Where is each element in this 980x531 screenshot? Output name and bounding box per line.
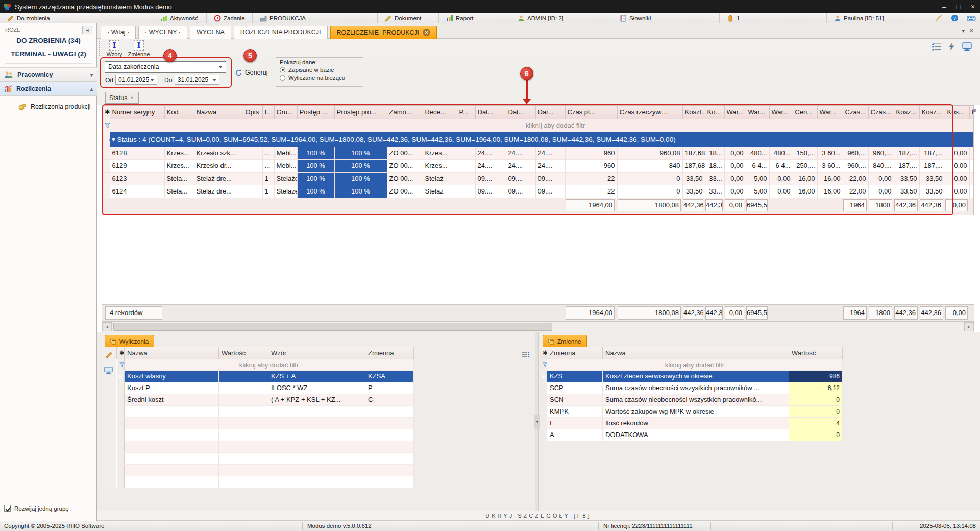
- table-row[interactable]: [117, 441, 414, 452]
- column-header[interactable]: Czas...: [868, 106, 894, 119]
- horizontal-scrollbar[interactable]: ◂ ▸: [102, 322, 974, 332]
- tab-list-close-icon[interactable]: ✕: [969, 28, 974, 34]
- column-header[interactable]: Dat...: [475, 106, 506, 119]
- column-header[interactable]: War...: [817, 106, 843, 119]
- date-to-field[interactable]: 31.01.2025: [175, 75, 219, 85]
- table-row[interactable]: [117, 476, 414, 488]
- column-header[interactable]: Kos...: [945, 106, 969, 119]
- menu-item-admin[interactable]: ADMIN [ID: 2]: [510, 13, 612, 23]
- help-icon[interactable]: ?: [951, 14, 959, 22]
- expand-one-group-checkbox[interactable]: Rozwijaj jedną grupę: [4, 505, 69, 512]
- column-header[interactable]: Zamó...: [387, 106, 423, 119]
- group-row-status[interactable]: → ▾ Status : 4 (COUNT=4, SUM=0,00, SUM=6…: [103, 132, 974, 147]
- tab-scroll-icon[interactable]: ▾: [962, 28, 965, 34]
- table-row[interactable]: 6123Stela...Stelaż dre...1Stelaże 100 %1…: [103, 172, 974, 185]
- zmienne-button[interactable]: IZmienne: [128, 40, 150, 57]
- column-header[interactable]: Kosz...: [919, 106, 945, 119]
- wyliczenia-panel-tab[interactable]: Wyliczenia: [105, 335, 154, 347]
- column-header[interactable]: War...: [724, 106, 746, 119]
- column-header[interactable]: Czas...: [843, 106, 868, 119]
- table-row[interactable]: Koszt PILOSC * WZP: [117, 382, 414, 394]
- sidebar-group-rozliczenia[interactable]: Rozliczenia ▴: [0, 82, 97, 96]
- date-type-dropdown[interactable]: Data zakończenia: [105, 61, 226, 73]
- menu-item-raport[interactable]: Raport: [439, 13, 510, 23]
- menu-item-battery[interactable]: 1: [720, 13, 827, 23]
- column-header[interactable]: Postęp ...: [297, 106, 334, 119]
- table-row[interactable]: KMPKWartość zakupów wg MPK w okresie0: [540, 405, 843, 417]
- menu-item-slowniki[interactable]: Słowniki: [612, 13, 720, 23]
- keyboard-icon[interactable]: [967, 15, 976, 22]
- column-chooser-icon[interactable]: ≡: [973, 107, 976, 113]
- radio-wyliczane-na-biezaco[interactable]: Wyliczane na bieżąco: [280, 75, 359, 81]
- column-header[interactable]: Opis: [243, 106, 262, 119]
- tab-witaj[interactable]: · Witaj ·: [101, 26, 136, 39]
- column-header[interactable]: Koszt...: [682, 106, 705, 119]
- column-header[interactable]: P...: [457, 106, 475, 119]
- table-row[interactable]: SCPSuma czasów obecności wszystkich prac…: [540, 382, 843, 394]
- table-row[interactable]: [117, 464, 414, 476]
- column-header[interactable]: Dat...: [506, 106, 535, 119]
- table-row[interactable]: ▸ KZSKoszt zleceń serwisowych w okresie9…: [540, 370, 843, 382]
- edit-pencil-icon[interactable]: [105, 351, 113, 359]
- column-header[interactable]: War...: [746, 106, 769, 119]
- table-row[interactable]: 6128Krzes...Krzesło szk......Mebl... 100…: [103, 147, 974, 159]
- sidebar-group-pracownicy[interactable]: Pracownicy ▾: [0, 67, 97, 82]
- sidebar-item-rozliczenia-produkcji[interactable]: Rozliczenia produkcji: [0, 100, 97, 113]
- table-row[interactable]: Średni koszt( A + KPZ + KSL + KZ...C: [117, 394, 414, 405]
- column-header[interactable]: Zmienna: [547, 347, 603, 359]
- table-row[interactable]: [117, 452, 414, 464]
- sidebar-collapse-button[interactable]: ◂: [82, 26, 92, 34]
- tab-rozliczenie-produkcji-active[interactable]: ROZLICZENIE_PRODUKCJI✕: [330, 26, 437, 39]
- tab-close-icon[interactable]: ✕: [423, 29, 430, 36]
- column-header[interactable]: Wzór: [268, 347, 365, 359]
- column-header[interactable]: Gru...: [274, 106, 297, 119]
- column-header[interactable]: Numer seryjny: [110, 106, 164, 119]
- zmienne-panel-tab[interactable]: Zmienne: [543, 335, 587, 347]
- monitor-icon[interactable]: [962, 42, 972, 51]
- column-header[interactable]: Czas pl...: [565, 106, 617, 119]
- column-header[interactable]: Czas rzeczywi...: [617, 106, 682, 119]
- menu-item-do-zrobienia[interactable]: Do zrobienia: [0, 13, 153, 23]
- maximize-button[interactable]: □: [951, 3, 966, 11]
- monitor-small-icon[interactable]: [104, 367, 113, 374]
- menu-item-paulina[interactable]: Paulina [ID: 51]: [827, 13, 932, 23]
- table-row[interactable]: ADODATKOWA0: [540, 429, 843, 441]
- column-header[interactable]: Nazwa: [603, 347, 789, 359]
- column-header[interactable]: Ko...: [705, 106, 724, 119]
- scroll-left-icon[interactable]: ◂: [102, 322, 112, 331]
- column-header[interactable]: I..: [262, 106, 274, 119]
- table-row[interactable]: 6124Stela...Stelaż dre...1Stelaże 100 %1…: [103, 185, 974, 198]
- hide-details-bar[interactable]: UKRYJ SZCZEGÓŁY [F8]: [97, 511, 980, 521]
- lightning-icon[interactable]: [948, 42, 955, 51]
- column-header[interactable]: Zmienna: [365, 347, 414, 359]
- list-check-icon[interactable]: [932, 42, 941, 51]
- table-row[interactable]: SCNSuma czasów nieobecności wszystkich p…: [540, 394, 843, 405]
- tab-rozliczenia-produkcji[interactable]: ROZLICZENIA PRODUKCJI: [234, 26, 328, 39]
- date-from-field[interactable]: 01.01.2025: [115, 75, 157, 85]
- sidebar-item-do-zrobienia[interactable]: DO ZROBIENIA (34): [0, 37, 97, 44]
- column-header[interactable]: Prostęp pro...: [334, 106, 387, 119]
- column-header[interactable]: War...: [769, 106, 793, 119]
- groupby-status-chip[interactable]: Status≡: [105, 92, 139, 104]
- scroll-right-icon[interactable]: ▸: [964, 322, 974, 331]
- filter-row[interactable]: kliknij aby dodać filtr: [540, 359, 843, 370]
- table-row[interactable]: IIlość rekordów4: [540, 417, 843, 429]
- column-header[interactable]: Cen...: [793, 106, 817, 119]
- column-header[interactable]: Wartość: [219, 347, 268, 359]
- column-header[interactable]: Nazwa: [194, 106, 243, 119]
- table-row[interactable]: ▸ Koszt własnyKZS + AKZSA: [117, 370, 414, 382]
- filter-row[interactable]: kliknij aby dodać filtr: [117, 359, 414, 370]
- tab-wycena[interactable]: WYCENA: [190, 26, 231, 39]
- close-button[interactable]: ×: [966, 3, 980, 11]
- splitter-collapse-icon[interactable]: ◂: [534, 415, 540, 429]
- brush-icon[interactable]: [935, 14, 943, 22]
- generuj-button[interactable]: Generuj: [235, 66, 272, 79]
- scrollbar-thumb[interactable]: [113, 323, 552, 331]
- column-header[interactable]: Kosz...: [894, 106, 919, 119]
- menu-item-produkcja[interactable]: PRODUKCJA: [253, 13, 378, 23]
- menu-item-zadanie[interactable]: Zadanie: [207, 13, 253, 23]
- menu-item-aktywnosc[interactable]: Aktywność: [153, 13, 207, 23]
- wzory-button[interactable]: IWzory: [103, 40, 126, 57]
- column-header[interactable]: Wartość: [789, 347, 843, 359]
- menu-item-dokument[interactable]: Dokument: [378, 13, 439, 23]
